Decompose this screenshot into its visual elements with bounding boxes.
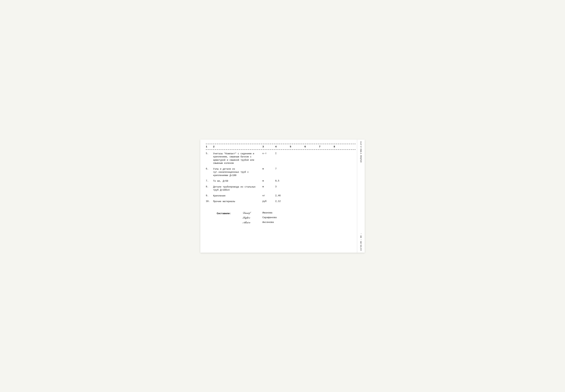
row-5-desc: Унитазы "Компакт" с сидением и крепление… [213, 152, 262, 165]
header-col-3: 3 [262, 145, 275, 148]
row-9-desc: Крепления [213, 195, 262, 198]
sig-entry-2: 𝒮𝒶𝒻𝒾𝑒𝓋 Сарафанова [242, 216, 277, 219]
row-7-num: 7. [206, 180, 213, 182]
table-row: 6. Узлы и детали из чуг.канализационных … [206, 167, 356, 178]
table-area: 1 2 3 4 5 6 7 8 5. Унитазы "Компакт" с с… [206, 144, 356, 204]
sidebar-ref-number: 14/33-05 [360, 241, 362, 251]
table-header-row: 1 2 3 4 5 6 7 8 [206, 145, 356, 149]
row-5-unit: к-т [262, 152, 275, 155]
sidebar-page-info: – 89 – [360, 233, 362, 240]
signatures-label: Составили: [217, 211, 235, 215]
row-8-val: 3 [275, 185, 290, 188]
sig-handwriting-1: 𝒟𝒶𝓃𝑒𝒻 [242, 211, 261, 214]
table-row: 9. Крепления кг 2,46 [206, 194, 356, 198]
signatures-section: Составили: 𝒟𝒶𝓃𝑒𝒻 Иванова 𝒮𝒶𝒻𝒾𝑒𝓋 Сарафано… [206, 211, 356, 224]
page: 902-2-272 Альбом V – 89 – 14/33-05 1 2 3… [200, 140, 365, 253]
header-col-7: 7 [319, 145, 334, 148]
gap-5 [206, 193, 356, 194]
gap-3 [206, 178, 356, 179]
table-row: 8. Детали трубопровода из стальных труб … [206, 185, 356, 193]
sidebar-doc-number: 902-2-272 [360, 141, 362, 152]
sig-entry-1: 𝒟𝒶𝓃𝑒𝒻 Иванова [242, 211, 277, 214]
table-row: 7. То же, Д=50 м 0,5 [206, 179, 356, 183]
sig-entry-3: 𝒜𝓀𝓈𝑒𝓃 Аксенова [242, 221, 277, 224]
row-6-unit: м [262, 168, 275, 170]
sig-name-3: Аксенова [262, 221, 274, 224]
row-6-desc: Узлы и детали из чуг.канализационных тру… [213, 168, 262, 177]
sidebar-album-label: Альбом V [360, 153, 362, 163]
row-9-num: 9. [206, 195, 213, 197]
row-10-val: 2,12 [275, 200, 290, 203]
table-row: 10. Прочие материалы руб 2,12 [206, 199, 356, 204]
header-col-4: 4 [275, 145, 290, 148]
row-9-unit: кг [262, 195, 275, 197]
row-8-desc: Детали трубопровода из стальных труб Д=1… [213, 185, 262, 192]
sidebar-bottom: – 89 – 14/33-05 [360, 233, 362, 251]
header-col-8: 8 [334, 145, 348, 148]
sig-handwriting-3: 𝒜𝓀𝓈𝑒𝓃 [242, 221, 261, 224]
gap-2 [206, 166, 356, 167]
sig-name-1: Иванова [262, 211, 272, 214]
row-7-unit: м [262, 180, 275, 182]
row-10-num: 10. [206, 200, 213, 203]
gap-6 [206, 198, 356, 199]
top-dashed-line [206, 144, 356, 144]
row-8-num: 8. [206, 185, 213, 188]
header-col-6: 6 [304, 145, 319, 148]
gap-1 [206, 150, 356, 152]
signatures-list: 𝒟𝒶𝓃𝑒𝒻 Иванова 𝒮𝒶𝒻𝒾𝑒𝓋 Сарафанова 𝒜𝓀𝓈𝑒𝓃 Ак… [242, 211, 277, 224]
right-sidebar: 902-2-272 Альбом V – 89 – 14/33-05 [357, 140, 365, 253]
header-bottom-dashed-line [206, 149, 356, 150]
row-6-val: 7 [275, 168, 290, 170]
sig-handwriting-2: 𝒮𝒶𝒻𝒾𝑒𝓋 [242, 216, 261, 219]
header-col-1: 1 [206, 145, 213, 148]
row-5-val: I [275, 152, 290, 155]
sidebar-top: 902-2-272 Альбом V [360, 141, 362, 163]
row-7-desc: То же, Д=50 [213, 180, 262, 183]
row-9-val: 2,46 [275, 195, 290, 197]
row-10-desc: Прочие материалы [213, 200, 262, 203]
table-row: 5. Унитазы "Компакт" с сидением и крепле… [206, 152, 356, 166]
row-6-num: 6. [206, 168, 213, 170]
header-col-2: 2 [213, 145, 262, 148]
row-7-val: 0,5 [275, 180, 290, 182]
row-8-unit: м [262, 185, 275, 188]
row-5-num: 5. [206, 152, 213, 155]
gap-4 [206, 183, 356, 185]
sig-name-2: Сарафанова [262, 216, 277, 219]
header-col-5: 5 [290, 145, 304, 148]
row-10-unit: руб [262, 200, 275, 203]
